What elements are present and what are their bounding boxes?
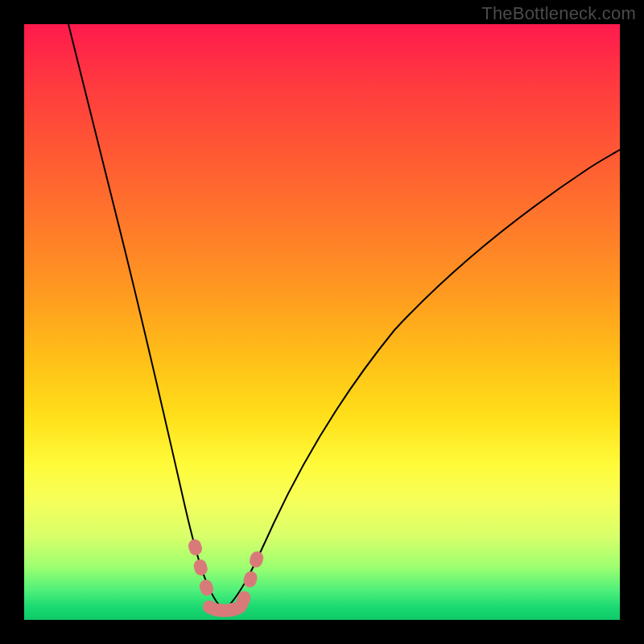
plot-area bbox=[24, 24, 620, 620]
beads-left bbox=[195, 546, 211, 601]
bottleneck-curve bbox=[68, 24, 620, 610]
bead-dot bbox=[214, 604, 227, 617]
curve-svg bbox=[24, 24, 620, 620]
watermark-text: TheBottleneck.com bbox=[481, 3, 636, 24]
bead-dot bbox=[203, 601, 216, 613]
beads-right bbox=[243, 546, 261, 601]
chart-frame: TheBottleneck.com bbox=[0, 0, 644, 644]
